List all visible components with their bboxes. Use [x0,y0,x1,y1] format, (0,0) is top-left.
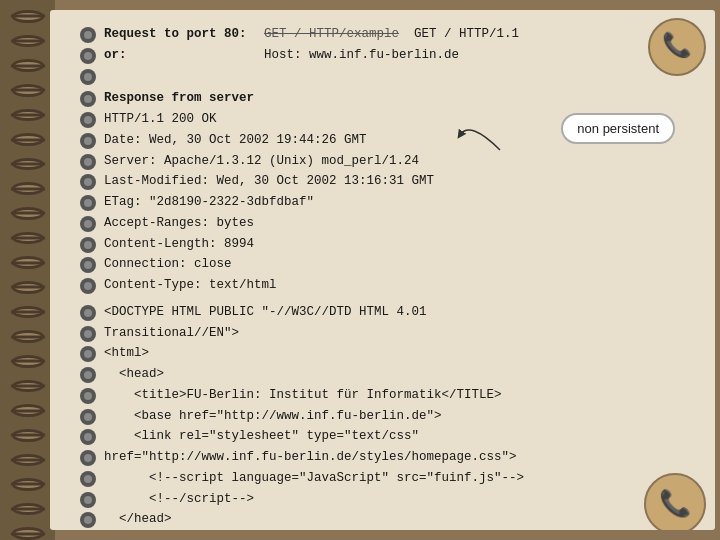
list-item: <DOCTYPE HTML PUBLIC "-//W3C//DTD HTML 4… [80,303,695,322]
host-value: Host: www.inf.fu-berlin.de [264,46,695,65]
html-line-8: href="http://www.inf.fu-berlin.de/styles… [104,448,695,467]
list-item: <html> [80,344,695,363]
spiral-ring [12,503,44,516]
bullet-icon [80,216,96,232]
spiral-ring [12,380,44,393]
response-line-9: Content-Type: text/html [104,276,695,295]
bullet-icon [80,409,96,425]
request-value: GET / HTTP/example GET / HTTP/1.1 [264,25,695,44]
bullet-icon [80,237,96,253]
list-item: ETag: "2d8190-2322-3dbfdbaf" [80,193,695,212]
list-item: Transitional//EN"> [80,324,695,343]
list-item [80,67,695,86]
non-persistent-bubble: non persistent [561,113,675,144]
request-label: Request to port 80: [104,25,264,44]
spiral-ring [12,182,44,195]
or-line: or: Host: www.inf.fu-berlin.de [104,46,695,65]
bullet-icon [80,305,96,321]
spiral-ring [12,281,44,294]
response-line-5: ETag: "2d8190-2322-3dbfdbaf" [104,193,695,212]
list-item: <title>FU-Berlin: Institut für Informati… [80,386,695,405]
request-port-line: Request to port 80: GET / HTTP/example G… [104,25,695,44]
list-item: or: Host: www.inf.fu-berlin.de [80,46,695,65]
html-line-6: <base href="http://www.inf.fu-berlin.de"… [104,407,695,426]
response-line-4: Last-Modified: Wed, 30 Oct 2002 13:16:31… [104,172,695,191]
list-item: <!--/script--> [80,490,695,509]
html-line-11: </head> [104,510,695,529]
bubble-arrow-icon [440,110,520,160]
spiral-ring [12,429,44,442]
response-line-6: Accept-Ranges: bytes [104,214,695,233]
bullet-icon [80,48,96,64]
html-line-10: <!--/script--> [104,490,695,509]
html-line-5: <title>FU-Berlin: Institut für Informati… [104,386,695,405]
empty-line [104,67,695,86]
svg-text:📞: 📞 [662,30,692,60]
list-item: </head> [80,510,695,529]
list-item: Accept-Ranges: bytes [80,214,695,233]
spiral-ring [12,109,44,122]
response-line-7: Content-Length: 8994 [104,235,695,254]
notebook-page: Request to port 80: GET / HTTP/example G… [50,10,715,530]
list-item: Last-Modified: Wed, 30 Oct 2002 13:16:31… [80,172,695,191]
bullet-icon [80,91,96,107]
bullet-icon [80,133,96,149]
list-item: Content-Type: text/html [80,276,695,295]
telephone-bottom-icon: 📞 [640,469,710,530]
spiral-ring [12,59,44,72]
bullet-icon [80,257,96,273]
bullet-icon [80,388,96,404]
svg-text:📞: 📞 [659,487,692,520]
bullet-icon [80,154,96,170]
or-label: or: [104,46,264,65]
bullet-icon [80,195,96,211]
telephone-top-icon: 📞 [645,15,710,80]
html-line-3: <html> [104,344,695,363]
spiral-ring [12,404,44,417]
list-item: <!--script language="JavaScript" src="fu… [80,469,695,488]
list-item: <base href="http://www.inf.fu-berlin.de"… [80,407,695,426]
bullet-icon [80,512,96,528]
list-item: Request to port 80: GET / HTTP/example G… [80,25,695,44]
html-line-7: <link rel="stylesheet" type="text/css" [104,427,695,446]
bullet-icon [80,492,96,508]
html-line-1: <DOCTYPE HTML PUBLIC "-//W3C//DTD HTML 4… [104,303,695,322]
bullet-list: Request to port 80: GET / HTTP/example G… [80,25,695,529]
bullet-icon [80,346,96,362]
spiral-ring [12,232,44,245]
spiral-ring [12,527,44,540]
html-line-9: <!--script language="JavaScript" src="fu… [104,469,695,488]
bullet-icon [80,471,96,487]
response-header: Response from server [104,89,695,108]
list-item: Server: Apache/1.3.12 (Unix) mod_perl/1.… [80,152,695,171]
spiral-ring [12,35,44,48]
bullet-icon [80,429,96,445]
response-line-3: Server: Apache/1.3.12 (Unix) mod_perl/1.… [104,152,695,171]
spiral-ring [12,355,44,368]
spiral-ring [12,10,44,23]
spiral-ring [12,330,44,343]
response-line-8: Connection: close [104,255,695,274]
spiral-ring [12,84,44,97]
html-line-2: Transitional//EN"> [104,324,695,343]
html-line-4: <head> [104,365,695,384]
list-item: Response from server [80,89,695,108]
spiral-ring [12,454,44,467]
non-persistent-label: non persistent [577,121,659,136]
spiral-ring [12,306,44,319]
spiral-ring [12,478,44,491]
bullet-icon [80,174,96,190]
bullet-icon [80,112,96,128]
list-item: <head> [80,365,695,384]
bullet-icon [80,367,96,383]
list-item: href="http://www.inf.fu-berlin.de/styles… [80,448,695,467]
bullet-icon [80,326,96,342]
spiral-ring [12,256,44,269]
content-area: Request to port 80: GET / HTTP/example G… [80,25,695,529]
spiral-ring [12,133,44,146]
list-item: Content-Length: 8994 [80,235,695,254]
spiral-ring [12,158,44,171]
bullet-icon [80,450,96,466]
spiral-binding [0,0,55,540]
list-item: Connection: close [80,255,695,274]
